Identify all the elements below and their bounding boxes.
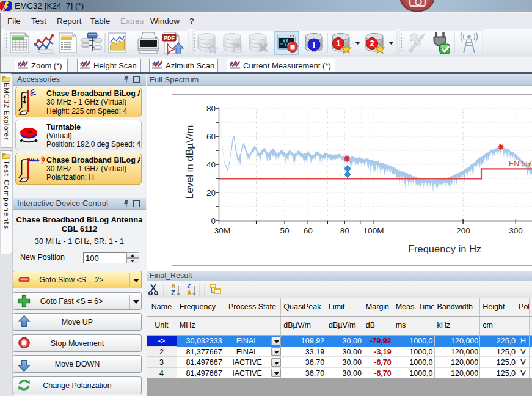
- svg-text:60: 60: [304, 226, 313, 235]
- svg-text:EN 5502: EN 5502: [509, 160, 532, 168]
- svg-text:80: 80: [206, 104, 216, 113]
- svg-text:50: 50: [280, 226, 289, 235]
- svg-text:1: 1: [336, 38, 341, 48]
- svg-text:PDF: PDF: [164, 35, 175, 41]
- svg-text:Z: Z: [171, 289, 175, 296]
- svg-text:20: 20: [206, 188, 216, 197]
- svg-text:A: A: [187, 289, 192, 296]
- svg-text:0: 0: [211, 216, 216, 226]
- svg-text:60: 60: [206, 132, 216, 141]
- svg-text:Level in dBµV/m: Level in dBµV/m: [184, 125, 195, 199]
- svg-text:EMC32 [K24_7] (*): EMC32 [K24_7] (*): [15, 1, 84, 10]
- svg-text:30M: 30M: [214, 226, 230, 235]
- svg-text:200: 200: [456, 226, 470, 235]
- svg-text:40: 40: [206, 160, 216, 169]
- svg-text:300: 300: [509, 226, 523, 235]
- svg-text:Frequency in Hz: Frequency in Hz: [408, 243, 481, 254]
- svg-text:100M: 100M: [363, 226, 384, 235]
- svg-text:80: 80: [340, 226, 349, 235]
- svg-text:i: i: [313, 40, 315, 50]
- svg-text:2: 2: [370, 38, 374, 48]
